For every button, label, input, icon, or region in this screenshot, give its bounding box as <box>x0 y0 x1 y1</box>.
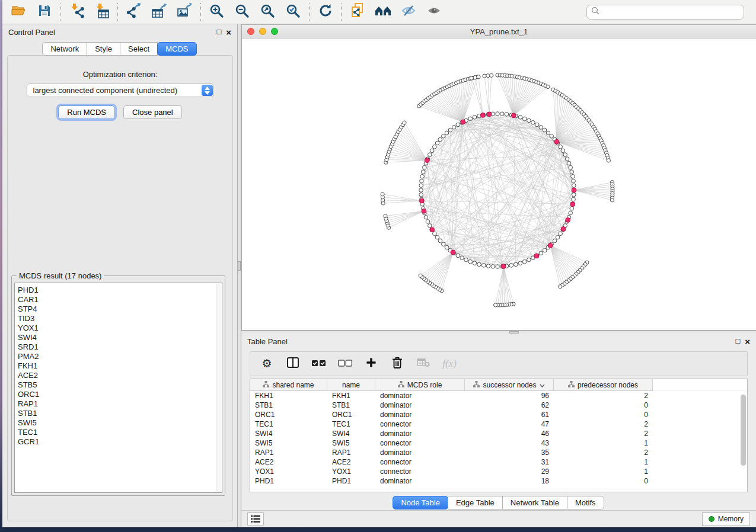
tab-mcds[interactable]: MCDS <box>157 42 196 56</box>
table-cell: dominator <box>375 411 465 419</box>
search-input[interactable] <box>602 8 739 17</box>
export-image-button[interactable] <box>172 2 197 22</box>
mcds-result-item[interactable]: CAR1 <box>18 295 222 305</box>
table-cell: 62 <box>465 401 554 409</box>
mcds-result-item[interactable]: ORC1 <box>18 390 222 399</box>
toolbar-buttons <box>6 2 446 22</box>
task-history-button[interactable] <box>247 512 264 525</box>
zoom-out-button[interactable] <box>229 2 255 22</box>
column-header-name[interactable]: name <box>327 379 375 391</box>
mcds-result-item[interactable]: RAP1 <box>18 399 222 409</box>
close-panel-icon[interactable]: × <box>226 28 231 37</box>
vertical-splitter[interactable] <box>237 24 241 527</box>
tab-network[interactable]: Network <box>42 42 87 56</box>
hide-selected-icon <box>401 4 416 20</box>
table-row[interactable]: ORC1ORC1dominator610 <box>250 410 747 419</box>
network-titlebar[interactable]: YPA_prune.txt_1 <box>242 25 756 39</box>
header-filler <box>653 379 747 391</box>
memory-label: Memory <box>718 515 744 523</box>
hide-selected-button[interactable] <box>395 2 421 22</box>
table-row[interactable]: SWI5SWI5connector431 <box>250 438 747 448</box>
shared-column-icon <box>473 381 480 389</box>
mcds-result-item[interactable]: YOX1 <box>18 323 222 333</box>
table-cell: 47 <box>465 420 554 428</box>
tab-motifs[interactable]: Motifs <box>567 496 604 509</box>
mcds-result-item[interactable]: FKH1 <box>18 361 222 371</box>
memory-button[interactable]: Memory <box>702 512 750 526</box>
mcds-result-item[interactable]: ACE2 <box>18 371 222 380</box>
network-graph[interactable] <box>242 39 756 331</box>
open-file-button[interactable] <box>6 2 31 22</box>
clone-network-button[interactable] <box>344 2 370 22</box>
mcds-result-item[interactable]: SRD1 <box>18 342 222 352</box>
mcds-result-item[interactable]: TEC1 <box>18 428 222 437</box>
add-column-button[interactable] <box>364 357 378 371</box>
clear-selection-button[interactable] <box>338 357 352 371</box>
column-header-predecessor-nodes[interactable]: predecessor nodes <box>554 379 653 391</box>
mcds-result-item[interactable]: GCR1 <box>18 437 222 447</box>
tab-select[interactable]: Select <box>120 42 158 56</box>
table-row[interactable]: STB1STB1dominator620 <box>250 400 747 410</box>
delete-column-button[interactable] <box>390 357 404 371</box>
save-session-button[interactable] <box>31 2 57 22</box>
mcds-result-item[interactable]: SWI4 <box>18 333 222 342</box>
table-row[interactable]: TEC1TEC1connector472 <box>250 419 747 429</box>
zoom-selected-button[interactable] <box>280 2 306 22</box>
table-row[interactable]: FKH1FKH1dominator962 <box>250 391 747 400</box>
tab-network-table[interactable]: Network Table <box>502 496 567 509</box>
criterion-dropdown[interactable]: largest connected component (undirected) <box>27 84 214 97</box>
tab-style[interactable]: Style <box>87 42 120 56</box>
column-header-successor-nodes[interactable]: successor nodes <box>465 379 554 391</box>
zoom-fit-button[interactable] <box>255 2 280 22</box>
table-row[interactable]: SWI4SWI4dominator462 <box>250 429 747 438</box>
tab-edge-table[interactable]: Edge Table <box>448 496 503 509</box>
mcds-result-item[interactable]: STP4 <box>18 305 222 314</box>
mcds-result-item[interactable]: PMA2 <box>18 352 222 361</box>
table-panel: Table Panel □ × ⚙f(x) shared namenameMCD… <box>241 334 756 510</box>
mcds-result-item[interactable]: STB1 <box>18 409 222 418</box>
float-panel-icon[interactable]: □ <box>216 28 221 37</box>
column-header-shared-name[interactable]: shared name <box>250 379 327 391</box>
run-mcds-button[interactable]: Run MCDS <box>58 105 115 119</box>
horizontal-splitter[interactable] <box>241 331 756 334</box>
mcds-result-list[interactable]: PHD1CAR1STP4TID3YOX1SWI4SRD1PMA2FKH1ACE2… <box>14 283 222 493</box>
column-header-MCDS-role[interactable]: MCDS role <box>375 379 465 391</box>
sort-chevron-icon[interactable] <box>540 381 545 389</box>
table-cell: dominator <box>375 477 465 485</box>
table-row[interactable]: RAP1RAP1dominator352 <box>250 448 747 457</box>
mcds-list-scrollbar[interactable] <box>216 284 221 492</box>
mcds-result-item[interactable]: STB5 <box>18 380 222 390</box>
select-all-rows-button[interactable] <box>312 357 326 371</box>
table-row[interactable]: YOX1YOX1connector291 <box>250 467 747 476</box>
search-box[interactable] <box>586 5 744 20</box>
function-builder-button: f(x) <box>442 357 457 371</box>
export-table-button[interactable] <box>146 2 172 22</box>
attribute-settings-button[interactable]: ⚙ <box>260 357 274 371</box>
network-canvas[interactable] <box>242 39 756 330</box>
horizontal-splitter-handle[interactable] <box>509 331 519 334</box>
table-cell: 43 <box>465 439 554 447</box>
import-table-button[interactable] <box>89 2 114 22</box>
table-scrollbar[interactable] <box>741 395 746 466</box>
vertical-splitter-handle[interactable] <box>238 261 241 271</box>
table-cell: 46 <box>465 430 554 438</box>
export-network-button[interactable] <box>121 2 146 22</box>
mcds-result-item[interactable]: TID3 <box>18 314 222 323</box>
close-panel-button[interactable]: Close panel <box>123 105 182 119</box>
zoom-in-button[interactable] <box>204 2 229 22</box>
control-panel-title: Control Panel <box>8 28 55 37</box>
show-all-button[interactable] <box>421 2 446 22</box>
float-table-panel-icon[interactable]: □ <box>735 337 740 346</box>
mcds-result-item[interactable]: SWI5 <box>18 418 222 428</box>
refresh-view-button[interactable] <box>312 2 338 22</box>
tab-node-table[interactable]: Node Table <box>393 496 448 509</box>
table-cell: dominator <box>375 430 465 438</box>
mcds-result-item[interactable]: PHD1 <box>18 286 222 295</box>
table-cell: ORC1 <box>250 411 327 419</box>
close-table-panel-icon[interactable]: × <box>745 337 750 346</box>
import-network-button[interactable] <box>63 2 89 22</box>
show-columns-button[interactable] <box>286 357 300 371</box>
table-row[interactable]: ACE2ACE2connector311 <box>250 457 747 467</box>
first-neighbors-button[interactable] <box>370 2 395 22</box>
table-row[interactable]: PHD1PHD1dominator180 <box>250 476 747 486</box>
